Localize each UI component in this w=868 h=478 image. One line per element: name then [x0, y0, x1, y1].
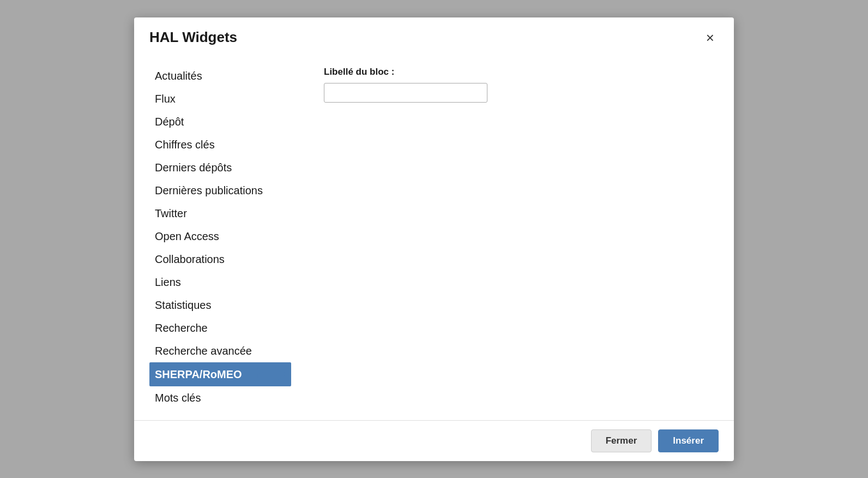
modal-overlay: HAL Widgets × ActualitésFluxDépôtChiffre…: [0, 0, 868, 478]
modal-header: HAL Widgets ×: [134, 17, 734, 53]
field-label: Libellé du bloc :: [324, 67, 719, 77]
sidebar-item-14[interactable]: Mots clés: [149, 386, 291, 409]
widget-list: ActualitésFluxDépôtChiffres clésDerniers…: [149, 64, 291, 409]
sidebar-item-2[interactable]: Dépôt: [149, 110, 291, 133]
sidebar-item-11[interactable]: Recherche: [149, 316, 291, 339]
sidebar-item-12[interactable]: Recherche avancée: [149, 339, 291, 362]
sidebar-item-label-13: SHERPA/RoMEO: [155, 366, 242, 383]
sidebar-item-9[interactable]: Liens: [149, 271, 291, 294]
sidebar-item-6[interactable]: Twitter: [149, 202, 291, 225]
sidebar-item-1[interactable]: Flux: [149, 87, 291, 110]
svg-marker-0: [248, 367, 263, 378]
sidebar-item-8[interactable]: Collaborations: [149, 248, 291, 271]
sidebar-item-5[interactable]: Dernières publications: [149, 179, 291, 202]
modal-title: HAL Widgets: [149, 29, 237, 46]
content-area: Libellé du bloc :: [324, 64, 719, 409]
modal-body: ActualitésFluxDépôtChiffres clésDerniers…: [134, 53, 734, 420]
fermer-button[interactable]: Fermer: [591, 429, 652, 452]
sidebar-item-10[interactable]: Statistiques: [149, 294, 291, 316]
sidebar-item-13[interactable]: SHERPA/RoMEO: [149, 362, 291, 386]
sidebar-item-7[interactable]: Open Access: [149, 225, 291, 248]
modal-footer: Fermer Insérer: [134, 420, 734, 461]
inserer-button[interactable]: Insérer: [658, 429, 719, 452]
sidebar-item-3[interactable]: Chiffres clés: [149, 133, 291, 156]
libelle-input[interactable]: [324, 83, 487, 103]
sidebar-item-4[interactable]: Derniers dépôts: [149, 156, 291, 179]
arrow-right-icon: [248, 366, 263, 383]
sidebar-item-0[interactable]: Actualités: [149, 64, 291, 87]
modal-dialog: HAL Widgets × ActualitésFluxDépôtChiffre…: [134, 17, 734, 461]
close-icon-button[interactable]: ×: [702, 28, 719, 47]
